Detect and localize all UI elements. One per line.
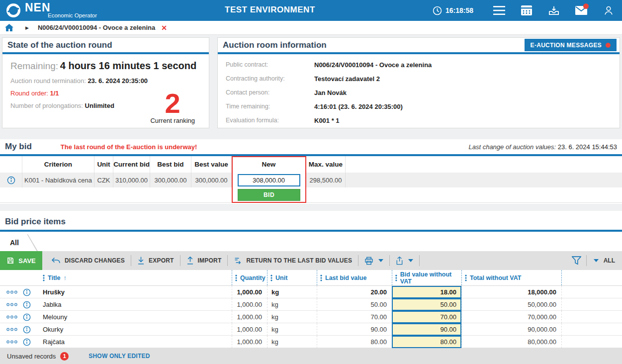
import-button[interactable]: IMPORT <box>180 255 228 267</box>
return-to-last-bid-values-label: RETURN TO THE LAST BID VALUES <box>246 257 352 264</box>
export-button[interactable]: EXPORT <box>131 255 180 267</box>
view-caret-icon[interactable] <box>594 259 599 262</box>
current-bid-cell: 310,000.00 <box>113 173 150 187</box>
mail-icon[interactable] <box>567 0 595 21</box>
row-menu-icon[interactable] <box>6 340 18 344</box>
item-quantity: 1,000.00 <box>232 311 267 323</box>
item-title: Jablka <box>40 301 232 308</box>
item-unit: kg <box>267 311 317 323</box>
bid-price-items-title: Bid price items <box>5 217 66 227</box>
contact-person-label: Contact person: <box>226 89 314 96</box>
filter-icon[interactable] <box>572 256 581 265</box>
print-caret-icon <box>378 259 383 262</box>
auction-room-panel: Auction room information E-AUCTION MESSA… <box>217 37 620 128</box>
view-all-dropdown[interactable]: ALL <box>604 257 615 264</box>
e-auction-messages-button[interactable]: E-AUCTION MESSAGES <box>525 39 617 51</box>
bid-button[interactable]: BID <box>238 189 300 201</box>
bid-value-input[interactable] <box>392 323 461 336</box>
row-info-icon[interactable] <box>23 338 31 346</box>
row-info-icon[interactable] <box>23 313 31 321</box>
my-bid-section: My bid The last round of the E-auction i… <box>0 139 622 204</box>
column-header-total-without-vat[interactable]: Total without VAT <box>461 270 561 285</box>
new-bid-input[interactable] <box>238 174 300 186</box>
save-button[interactable]: SAVE <box>0 251 42 270</box>
nen-logo[interactable]: NEN Economic Operator <box>6 2 97 18</box>
inbox-icon[interactable] <box>540 0 567 21</box>
bid-value-input[interactable] <box>392 311 461 323</box>
new-header: New <box>232 156 306 173</box>
row-menu-icon[interactable] <box>6 303 18 306</box>
public-contract-label: Public contract: <box>226 61 314 69</box>
my-bid-table-header: Criterion Unit Current bid Best bid Best… <box>0 156 622 173</box>
undo-icon <box>51 257 61 265</box>
row-menu-icon[interactable] <box>6 328 18 331</box>
grid-row-hrusky: Hrušky 1,000.00 kg 20.00 18,000.00 <box>0 286 622 298</box>
title-header-label: Title <box>48 274 60 281</box>
return-to-last-bid-values-button[interactable]: RETURN TO THE LAST BID VALUES <box>228 255 358 267</box>
bid-value-input[interactable] <box>392 336 461 348</box>
discard-changes-label: DISCARD CHANGES <box>65 257 125 264</box>
column-header-unit[interactable]: Unit <box>267 270 317 285</box>
item-total: 70,000.00 <box>461 311 561 323</box>
total-header-label: Total without VAT <box>470 274 521 281</box>
item-unit: kg <box>267 336 317 348</box>
top-header: NEN Economic Operator TEST ENVIRONMENT 1… <box>0 0 622 21</box>
best-bid-cell: 300,000.00 <box>150 173 191 187</box>
item-unit: kg <box>267 323 317 336</box>
row-info-icon[interactable] <box>23 326 31 334</box>
item-last-bid-value: 20.00 <box>317 286 392 298</box>
evaluation-formula-value: K001 * 1 <box>314 117 340 124</box>
print-menu-button[interactable] <box>358 255 389 267</box>
column-header-quantity[interactable]: Quantity <box>232 270 267 285</box>
round-order-label: Round order: <box>10 90 48 97</box>
item-total: 90,000.00 <box>461 323 561 336</box>
bid-value-input[interactable] <box>392 286 461 298</box>
brand-name: NEN <box>25 2 97 12</box>
quantity-header-label: Quantity <box>240 274 266 281</box>
current-ranking-value: 2 <box>150 91 195 116</box>
bid-price-items-section: Bid price items All SAVE DISCARD CHANGES <box>0 211 622 364</box>
row-info-icon[interactable] <box>23 301 31 309</box>
breadcrumb-arrow-icon: ▶ <box>25 25 29 30</box>
item-last-bid-value: 80.00 <box>317 336 392 348</box>
item-total: 18,000.00 <box>461 286 561 298</box>
share-menu-button[interactable] <box>390 255 419 267</box>
unit-cell: CZK <box>94 173 113 187</box>
grid-row-melouny: Melouny 1,000.00 kg 70.00 70,000.00 <box>0 311 622 323</box>
item-last-bid-value: 70.00 <box>317 311 392 323</box>
column-header-last-bid-value[interactable]: Last bid value <box>317 270 392 285</box>
brand-subtitle: Economic Operator <box>48 12 97 18</box>
last-round-alert: The last round of the E-auction is under… <box>61 143 197 151</box>
tab-all[interactable]: All <box>2 234 37 251</box>
remaining-value: 4 hours 16 minutes 1 second <box>60 60 197 71</box>
discard-changes-button[interactable]: DISCARD CHANGES <box>45 255 131 267</box>
bid-value-header-label: Bid value without VAT <box>400 271 461 285</box>
menu-icon[interactable] <box>485 0 513 21</box>
column-header-title[interactable]: Title ↑ <box>40 270 232 285</box>
breadcrumb: ▶ N006/24/V00010094 - Ovoce a zelenina ✕ <box>0 21 622 35</box>
breadcrumb-item[interactable]: N006/24/V00010094 - Ovoce a zelenina <box>38 24 155 31</box>
criterion-info-icon[interactable] <box>7 176 15 184</box>
item-title: Okurky <box>40 326 232 333</box>
row-menu-icon[interactable] <box>6 315 18 319</box>
messages-notification-dot <box>606 43 611 48</box>
home-icon[interactable] <box>5 24 13 31</box>
breadcrumb-close-icon[interactable]: ✕ <box>161 24 167 32</box>
row-info-icon[interactable] <box>23 288 31 296</box>
unit-header: Unit <box>94 156 113 173</box>
column-header-bid-value-without-vat[interactable]: Bid value without VAT <box>392 270 461 285</box>
max-value-cell: 298,500.00 <box>306 173 346 187</box>
show-only-edited-link[interactable]: SHOW ONLY EDITED <box>89 353 150 360</box>
item-title: Melouny <box>40 313 232 321</box>
unsaved-records-badge: 1 <box>60 352 69 361</box>
last-bid-value-header-label: Last bid value <box>325 274 366 281</box>
grid-row-jablka: Jablka 1,000.00 kg 50.00 50,000.00 <box>0 298 622 311</box>
row-menu-icon[interactable] <box>6 290 18 294</box>
termination-label: Auction round termination: <box>10 77 86 85</box>
bid-value-input[interactable] <box>392 298 461 311</box>
toolbar-separator <box>419 255 420 266</box>
item-total: 80,000.00 <box>461 336 561 348</box>
user-icon[interactable] <box>595 0 622 21</box>
sort-ascending-icon: ↑ <box>63 274 67 281</box>
calendar-icon[interactable] <box>513 0 540 21</box>
